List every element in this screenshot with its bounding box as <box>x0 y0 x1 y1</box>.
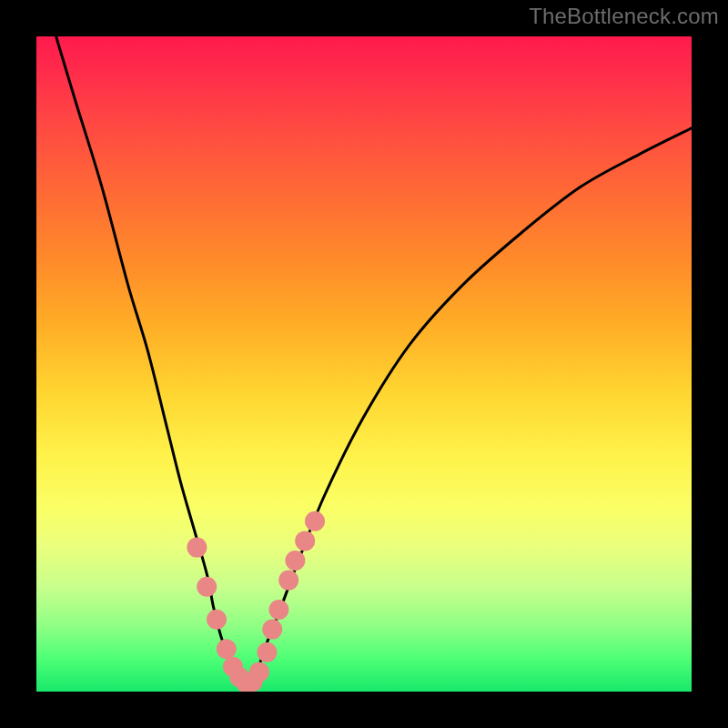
curve-right-branch <box>246 128 692 685</box>
data-point <box>305 511 325 531</box>
data-point <box>249 662 269 682</box>
data-point <box>207 610 227 630</box>
curve-left-branch <box>56 36 247 685</box>
data-point <box>217 639 237 659</box>
data-point <box>295 531 315 551</box>
data-point <box>197 577 217 597</box>
data-point <box>187 538 207 558</box>
watermark-text: TheBottleneck.com <box>529 4 719 29</box>
data-point <box>257 642 277 662</box>
scatter-layer <box>187 511 325 692</box>
data-point <box>278 571 298 591</box>
curve-layer <box>56 36 692 685</box>
data-point <box>268 600 288 620</box>
data-point <box>262 620 282 640</box>
chart-svg <box>36 36 692 692</box>
chart-frame: TheBottleneck.com <box>0 0 728 728</box>
data-point <box>285 551 305 571</box>
